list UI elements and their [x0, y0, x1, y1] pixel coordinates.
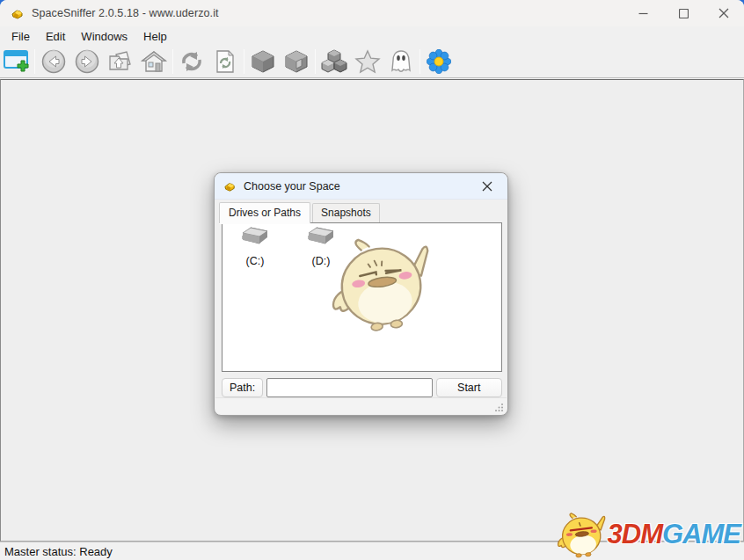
chick-mascot-icon [550, 511, 613, 558]
choose-space-dialog: Choose your Space Drives or Paths Snapsh… [214, 172, 508, 416]
spacesniffer-puzzle-icon [223, 179, 237, 193]
3dm-logo-text: 3DMGAME [608, 519, 740, 550]
spacesniffer-puzzle-icon [11, 6, 25, 20]
drive-item-c[interactable]: (C:) [228, 227, 282, 267]
home-button[interactable] [137, 47, 171, 76]
stacked-cubes-icon [321, 49, 347, 74]
reload-file-button[interactable] [208, 47, 242, 76]
window-controls [623, 0, 744, 26]
dialog-title: Choose your Space [244, 180, 340, 193]
ghost-icon [389, 49, 413, 74]
path-button[interactable]: Path: [222, 378, 263, 397]
tab-snapshots[interactable]: Snapshots [312, 203, 380, 222]
cube-open-icon [284, 49, 309, 74]
close-icon [718, 8, 729, 18]
minimize-icon [638, 9, 648, 18]
forward-button[interactable] [70, 47, 104, 76]
close-icon [482, 181, 492, 192]
window-title: SpaceSniffer 2.0.5.18 - www.uderzo.it [32, 7, 219, 19]
unknown-space-button[interactable] [384, 47, 418, 76]
toolbar-separator [419, 49, 420, 74]
dialog-path-row: Path: Start [222, 378, 502, 397]
arrow-right-circle-icon [75, 49, 99, 74]
3dm-text: 3DM [608, 519, 662, 549]
maximize-icon [679, 9, 689, 18]
menu-help[interactable]: Help [135, 28, 175, 45]
toolbar [0, 46, 744, 78]
configure-button[interactable] [422, 47, 456, 76]
drive-icon [238, 227, 272, 250]
dialog-tabs: Drives or Paths Snapshots [219, 202, 380, 223]
cube-icon [251, 49, 275, 74]
flower-icon [427, 49, 451, 74]
toolbar-separator [244, 49, 244, 74]
path-input[interactable] [266, 378, 432, 397]
back-button[interactable] [37, 47, 70, 76]
menu-edit[interactable]: Edit [38, 28, 73, 45]
dialog-footer [215, 397, 507, 414]
title-bar: SpaceSniffer 2.0.5.18 - www.uderzo.it [0, 0, 744, 26]
chick-mascot-watermark [319, 234, 442, 332]
maximize-button[interactable] [663, 0, 704, 26]
menu-windows[interactable]: Windows [73, 28, 135, 45]
dialog-close-button[interactable] [476, 175, 499, 198]
home-icon [141, 49, 167, 74]
go-up-button[interactable] [104, 47, 137, 76]
toolbar-separator [315, 49, 316, 74]
drive-list[interactable]: (C:) (D:) [222, 222, 502, 372]
resize-grip[interactable] [495, 403, 504, 411]
new-view-button[interactable] [1, 47, 33, 76]
dialog-title-bar[interactable]: Choose your Space [215, 173, 507, 200]
folder-up-icon [107, 49, 134, 74]
toolbar-separator [34, 49, 35, 74]
3dmgame-watermark: 3DMGAME [550, 511, 740, 558]
start-button[interactable]: Start [436, 378, 502, 397]
arrow-left-circle-icon [41, 49, 66, 74]
less-detail-button[interactable] [246, 47, 280, 76]
tab-drives-or-paths[interactable]: Drives or Paths [219, 202, 310, 223]
toolbar-separator [172, 49, 173, 74]
document-refresh-icon [215, 49, 236, 74]
master-status-text: Master status: Ready [4, 545, 113, 558]
minimize-button[interactable] [623, 0, 663, 26]
window-plus-icon [4, 50, 30, 73]
refresh-arrows-icon [179, 49, 205, 74]
refresh-button[interactable] [175, 47, 208, 76]
more-detail-button[interactable] [280, 47, 313, 76]
spacesniffer-window: SpaceSniffer 2.0.5.18 - www.uderzo.it Fi… [0, 0, 744, 560]
star-icon [354, 49, 381, 74]
free-space-button[interactable] [317, 47, 351, 76]
drive-label: (C:) [228, 255, 282, 267]
close-button[interactable] [704, 0, 744, 26]
game-text: GAME [662, 519, 740, 549]
menu-bar: File Edit Windows Help [0, 26, 744, 46]
filter-button[interactable] [351, 47, 384, 76]
menu-file[interactable]: File [4, 28, 38, 45]
